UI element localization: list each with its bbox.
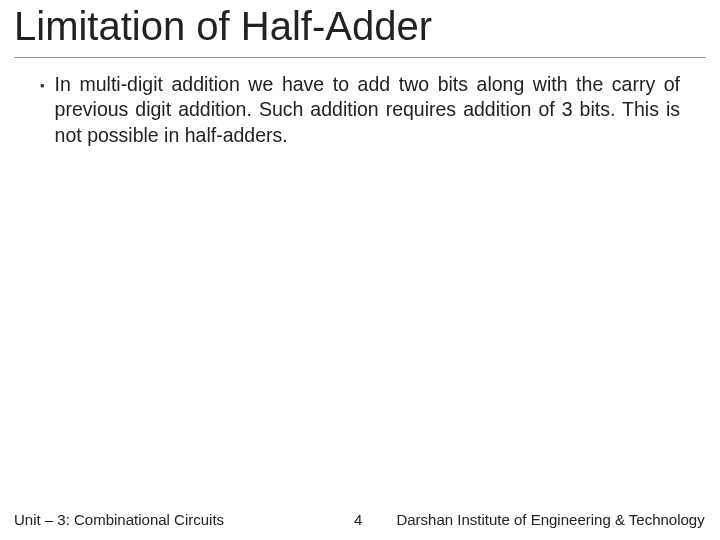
footer-unit: Unit – 3: Combinational Circuits [14,511,224,528]
slide-body: ▪ In multi-digit addition we have to add… [0,58,720,540]
bullet-item: ▪ In multi-digit addition we have to add… [40,72,680,148]
slide: Limitation of Half-Adder ▪ In multi-digi… [0,0,720,540]
footer-page-number: 4 [354,511,362,528]
slide-footer: Unit – 3: Combinational Circuits 4 Darsh… [0,511,720,528]
slide-title: Limitation of Half-Adder [14,4,706,49]
title-region: Limitation of Half-Adder [0,0,720,55]
footer-institute: Darshan Institute of Engineering & Techn… [386,511,706,528]
bullet-text: In multi-digit addition we have to add t… [55,72,680,148]
bullet-marker-icon: ▪ [40,78,45,93]
